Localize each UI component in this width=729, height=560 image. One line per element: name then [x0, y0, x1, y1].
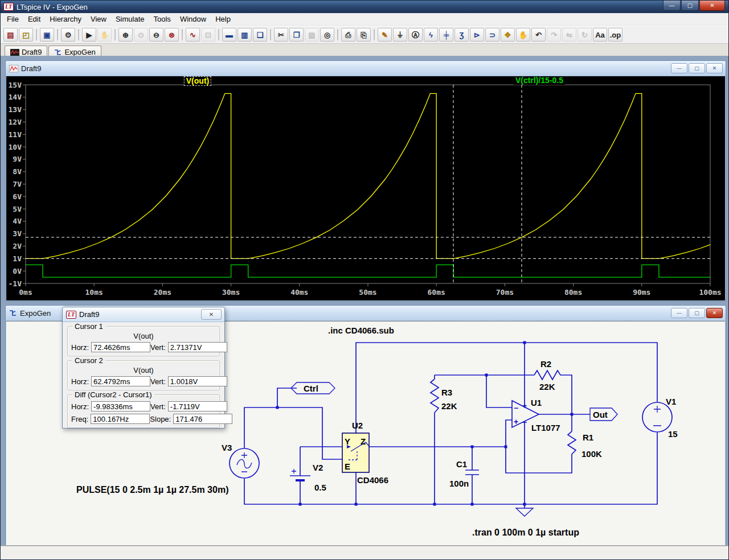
toolbar-button[interactable]: [270, 29, 271, 40]
ground-symbol[interactable]: [516, 508, 533, 516]
toolbar-button-component[interactable]: ⊃: [485, 28, 499, 42]
toolbar-button-new-schematic[interactable]: ▤: [3, 28, 18, 42]
close-button[interactable]: ✕: [699, 1, 725, 11]
toolbar-button-print[interactable]: ⎙: [341, 28, 355, 42]
toolbar-button[interactable]: [337, 29, 338, 40]
toolbar-button-resistor[interactable]: ϟ: [424, 28, 438, 42]
toolbar-button-paste[interactable]: ▨: [305, 28, 319, 42]
restore-button[interactable]: ▢: [681, 1, 699, 11]
component-v2[interactable]: V2 0.5: [290, 463, 326, 492]
child-maximize-button[interactable]: ▢: [689, 63, 705, 73]
dialog-close-button[interactable]: ✕: [201, 309, 222, 320]
child-close-button[interactable]: ✕: [706, 308, 723, 318]
toolbar-button-text[interactable]: Aa: [593, 28, 607, 42]
toolbar-button-wire[interactable]: ✎: [378, 28, 392, 42]
toolbar-button-print-preview[interactable]: ⎘: [357, 28, 371, 42]
waveform-window-titlebar[interactable]: Draft9 — ▢ ✕: [6, 61, 726, 76]
toolbar-button-net-label[interactable]: Ⓐ: [408, 28, 423, 42]
cursor1-horz-field[interactable]: [91, 342, 150, 352]
toolbar-button-open[interactable]: ◰: [19, 28, 33, 42]
component-u2[interactable]: Y Z E U2 CD4066: [342, 421, 388, 485]
toolbar-button[interactable]: [57, 29, 58, 40]
toolbar-button-undo[interactable]: ↶: [531, 28, 546, 42]
child-close-button[interactable]: ✕: [706, 63, 723, 73]
svg-text:9V: 9V: [13, 155, 22, 163]
trace-label-vctrl[interactable]: V(ctrl)/15-0.5: [514, 76, 565, 85]
menu-item[interactable]: Tools: [149, 14, 175, 24]
menu-item[interactable]: Window: [175, 14, 211, 24]
cursor2-trace: V(out): [71, 366, 216, 374]
cursor1-vert-field[interactable]: [168, 342, 227, 352]
toolbar-button-control-panel[interactable]: ⚙: [61, 28, 75, 42]
toolbar-button-cascade-windows[interactable]: ❏: [253, 28, 267, 42]
component-r2[interactable]: R2 22K: [534, 359, 563, 392]
minimize-button[interactable]: —: [663, 1, 681, 11]
toolbar-button-zoom-in[interactable]: ⊕: [118, 28, 133, 42]
net-flag-ctrl[interactable]: Ctrl: [291, 382, 335, 394]
menu-item[interactable]: Help: [211, 14, 235, 24]
toolbar-button-copy[interactable]: ❐: [289, 28, 304, 42]
toolbar-button-ground[interactable]: ⏚: [393, 28, 407, 42]
waveform-plot-svg[interactable]: 15V14V13V12V11V10V9V8V7V6V5V4V3V2V1V0V-1…: [6, 76, 725, 300]
spice-directive-inc[interactable]: .inc CD4066.sub: [328, 326, 394, 335]
toolbar-button-inductor[interactable]: Ʒ: [454, 28, 469, 42]
toolbar-button[interactable]: [36, 29, 37, 40]
toolbar-button-zoom-out[interactable]: ⊖: [149, 28, 163, 42]
toolbar-button-halt[interactable]: ✋: [97, 28, 112, 42]
toolbar-button[interactable]: [182, 29, 183, 40]
component-r3[interactable]: R3 22K: [431, 379, 457, 413]
child-minimize-button[interactable]: —: [671, 63, 687, 73]
waveform-plot[interactable]: 15V14V13V12V11V10V9V8V7V6V5V4V3V2V1V0V-1…: [6, 76, 725, 300]
toolbar-button-drag[interactable]: ✋: [516, 28, 530, 42]
spice-directive-tran[interactable]: .tran 0 100m 0 1µ startup: [472, 528, 579, 537]
toolbar-button-save[interactable]: ▣: [40, 28, 54, 42]
status-bar: [1, 546, 728, 559]
toolbar-button-autorange[interactable]: ⊡: [201, 28, 215, 42]
diff-vert-field[interactable]: [168, 401, 227, 411]
toolbar-button-tile-vertical[interactable]: ▥: [237, 28, 252, 42]
toolbar-button[interactable]: [114, 29, 116, 40]
component-c1[interactable]: C1 100n: [449, 459, 479, 488]
component-v1[interactable]: V1 15: [642, 397, 678, 439]
cursor2-horz-field[interactable]: [91, 376, 150, 386]
toolbar-button-spice-directive[interactable]: .op: [608, 28, 622, 42]
toolbar-button[interactable]: [374, 29, 375, 40]
svg-text:+: +: [522, 401, 527, 410]
child-minimize-button[interactable]: —: [671, 308, 687, 318]
menu-item[interactable]: Simulate: [111, 14, 149, 24]
toolbar-button-zoom-back[interactable]: ⊙: [134, 28, 148, 42]
v3-pulse-value[interactable]: PULSE(15 0 2.5m 1µ 1µ 27.5m 30m): [76, 485, 228, 495]
diff-slope-field[interactable]: [173, 414, 232, 424]
toolbar-button-diode[interactable]: ⊳: [470, 28, 484, 42]
toolbar-button-move[interactable]: ✥: [501, 28, 515, 42]
trace-label-vout[interactable]: V(out): [184, 76, 211, 86]
toolbar-button[interactable]: [78, 29, 79, 40]
toolbar-button-mirror[interactable]: ⇋: [562, 28, 576, 42]
toolbar-button-find[interactable]: ◎: [320, 28, 334, 42]
menu-item[interactable]: File: [2, 14, 23, 24]
menu-item[interactable]: Edit: [23, 14, 45, 24]
toolbar-button-run[interactable]: ▶: [82, 28, 96, 42]
diff-horz-field[interactable]: [91, 401, 150, 411]
toolbar-button-tile-horizontal[interactable]: ▬: [222, 28, 236, 42]
cursor2-vert-field[interactable]: [168, 376, 227, 386]
toolbar-button-capacitor[interactable]: ╪: [439, 28, 453, 42]
title-bar[interactable]: LT LTspice IV - ExpoGen — ▢ ✕: [1, 1, 728, 13]
net-flag-out[interactable]: Out: [590, 408, 617, 421]
toolbar-button-cut[interactable]: ✂: [274, 28, 288, 42]
toolbar-button-redo[interactable]: ↷: [547, 28, 561, 42]
cursor-dialog-titlebar[interactable]: LT Draft9 ✕: [63, 307, 224, 322]
toolbar-button-plot-settings[interactable]: ∿: [186, 28, 200, 42]
v3-ref[interactable]: V3: [222, 443, 232, 452]
component-r1[interactable]: R1 100K: [568, 431, 602, 459]
toolbar-button-rotate[interactable]: ↻: [578, 28, 592, 42]
toolbar-button-zoom-full-extents[interactable]: ⊗: [165, 28, 179, 42]
diff-freq-field[interactable]: [91, 414, 150, 424]
dialog-logo-icon: LT: [66, 311, 76, 319]
menu-item[interactable]: View: [86, 14, 111, 24]
component-v3[interactable]: V3 PULSE(15 0 2.5m 1µ 1µ 27.5m 30m): [76, 443, 259, 495]
menu-item[interactable]: Hierarchy: [45, 14, 86, 24]
child-maximize-button[interactable]: ▢: [689, 308, 705, 318]
component-u1[interactable]: − + + − U1 LT1077: [512, 398, 560, 433]
toolbar-button[interactable]: [218, 29, 219, 40]
